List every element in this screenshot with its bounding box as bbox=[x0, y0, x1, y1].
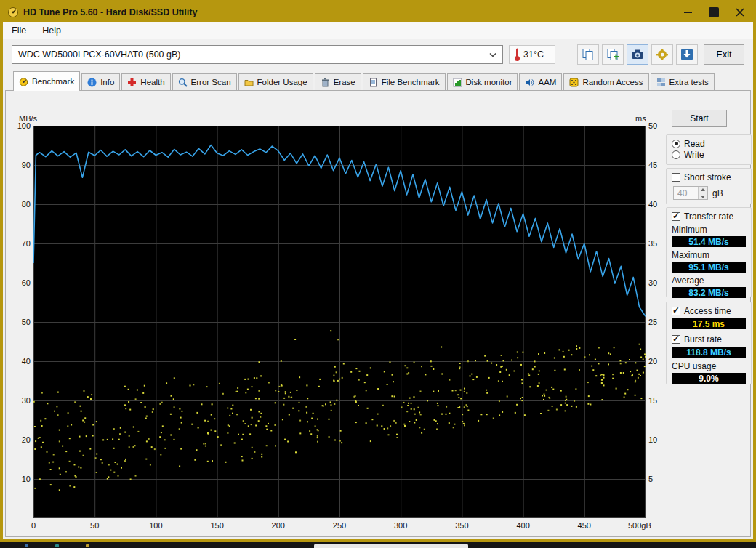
x-axis-tick: 250 bbox=[325, 521, 354, 530]
file-benchmark-icon bbox=[369, 78, 378, 87]
radio-icon bbox=[672, 140, 680, 148]
left-axis-tick: 30 bbox=[10, 396, 31, 405]
tab-file-benchmark[interactable]: File Benchmark bbox=[363, 73, 446, 90]
tab-label: Benchmark bbox=[32, 77, 74, 86]
health-icon bbox=[127, 78, 137, 87]
temperature-indicator: 31°C bbox=[509, 45, 555, 64]
options-button[interactable] bbox=[651, 44, 673, 65]
right-axis-tick: 20 bbox=[648, 357, 664, 366]
tab-label: AAM bbox=[538, 78, 556, 86]
burst-rate-value: 118.8 MB/s bbox=[672, 347, 746, 358]
x-axis-tick: 100 bbox=[141, 521, 170, 530]
minimize-button[interactable] bbox=[675, 3, 701, 22]
burst-rate-label: Burst rate bbox=[684, 334, 722, 344]
minimum-value: 51.4 MB/s bbox=[672, 236, 746, 247]
left-axis-tick: 20 bbox=[10, 435, 31, 444]
left-axis-tick: 70 bbox=[10, 239, 31, 248]
right-axis-tick: 50 bbox=[648, 121, 664, 130]
right-axis-tick: 15 bbox=[648, 396, 664, 405]
left-axis-tick: 50 bbox=[10, 318, 31, 326]
tab-label: Random Access bbox=[582, 78, 643, 86]
tab-disk-monitor[interactable]: Disk monitor bbox=[447, 73, 518, 90]
chevron-down-icon bbox=[489, 52, 496, 57]
tab-label: Disk monitor bbox=[466, 78, 512, 86]
transfer-rate-group: Transfer rate Minimum 51.4 MB/s Maximum … bbox=[666, 207, 752, 297]
x-axis-end-label: 500gB bbox=[628, 521, 663, 530]
short-stroke-checkbox[interactable]: Short stroke bbox=[672, 172, 746, 182]
access-time-label: Access time bbox=[684, 306, 731, 316]
temperature-value: 31°C bbox=[523, 49, 544, 60]
read-radio[interactable]: Read bbox=[672, 138, 746, 149]
checkbox-icon bbox=[672, 335, 680, 344]
left-axis-tick: 90 bbox=[10, 161, 31, 169]
right-axis-tick: 25 bbox=[648, 318, 664, 326]
checkbox-icon bbox=[672, 212, 680, 221]
access-time-checkbox[interactable]: Access time bbox=[672, 305, 746, 316]
toolbar: WDC WD5000LPCX-60VHAT0 (500 gB) 31°C bbox=[3, 39, 753, 70]
minimum-label: Minimum bbox=[672, 225, 746, 235]
x-axis-tick: 350 bbox=[447, 521, 476, 530]
short-stroke-size-input[interactable]: 40 bbox=[673, 186, 708, 200]
drive-selector[interactable]: WDC WD5000LPCX-60VHAT0 (500 gB) bbox=[12, 45, 503, 64]
app-icon bbox=[7, 7, 19, 18]
cpu-usage-value: 9.0% bbox=[672, 373, 746, 384]
tab-label: Erase bbox=[334, 78, 355, 86]
exit-button[interactable]: Exit bbox=[704, 44, 744, 65]
right-axis-tick: 10 bbox=[648, 435, 664, 444]
write-radio-label: Write bbox=[684, 150, 704, 160]
tab-extra-tests[interactable]: Extra tests bbox=[651, 73, 715, 90]
copy-text-info-button[interactable] bbox=[602, 44, 624, 65]
screenshot-button[interactable] bbox=[627, 44, 648, 65]
tab-info[interactable]: Info bbox=[81, 73, 120, 90]
close-icon bbox=[736, 8, 744, 17]
cpu-usage-label: CPU usage bbox=[672, 361, 746, 371]
left-axis-tick: 100 bbox=[10, 121, 31, 130]
short-stroke-group: Short stroke 40 gB bbox=[666, 168, 752, 204]
spin-down-icon[interactable] bbox=[699, 193, 707, 200]
x-axis-tick: 0 bbox=[19, 521, 48, 530]
taskbar-window-sliver[interactable] bbox=[314, 544, 468, 548]
gear-icon bbox=[655, 47, 669, 62]
spin-up-icon[interactable] bbox=[699, 187, 707, 193]
taskbar-icon bbox=[55, 544, 59, 547]
average-value: 83.2 MB/s bbox=[672, 287, 746, 298]
download-icon bbox=[680, 47, 694, 62]
write-radio[interactable]: Write bbox=[672, 149, 746, 160]
start-button[interactable]: Start bbox=[672, 110, 727, 127]
right-axis-tick: 35 bbox=[648, 239, 664, 248]
window-controls bbox=[675, 3, 753, 22]
maximize-button[interactable] bbox=[701, 3, 727, 22]
left-axis-tick: 80 bbox=[10, 200, 31, 209]
taskbar-icon bbox=[86, 544, 89, 547]
x-axis-tick: 200 bbox=[264, 521, 293, 530]
menu-file[interactable]: File bbox=[12, 25, 26, 36]
copy-to-clipboard-button[interactable] bbox=[577, 44, 599, 65]
tab-error-scan[interactable]: Error Scan bbox=[172, 73, 237, 90]
menu-help[interactable]: Help bbox=[42, 25, 61, 36]
burst-rate-checkbox[interactable]: Burst rate bbox=[672, 334, 746, 344]
tab-strip: Benchmark Info Health Error Scan Folder … bbox=[3, 70, 753, 90]
disk-monitor-icon bbox=[453, 78, 462, 87]
transfer-rate-checkbox[interactable]: Transfer rate bbox=[672, 211, 746, 222]
save-button[interactable] bbox=[676, 44, 698, 65]
right-axis-title: ms bbox=[635, 114, 646, 123]
title-bar[interactable]: HD Tune Pro 5.60 - Hard Disk/SSD Utility bbox=[3, 3, 753, 22]
access-time-value: 17.5 ms bbox=[672, 318, 746, 329]
checkbox-icon bbox=[672, 173, 680, 182]
tab-random-access[interactable]: Random Access bbox=[563, 73, 648, 90]
tab-aam[interactable]: AAM bbox=[519, 73, 562, 90]
tab-benchmark[interactable]: Benchmark bbox=[13, 71, 80, 91]
tab-label: Error Scan bbox=[191, 78, 231, 86]
tab-folder-usage[interactable]: Folder Usage bbox=[238, 73, 313, 90]
short-stroke-size-value: 40 bbox=[674, 187, 698, 199]
average-label: Average bbox=[672, 275, 746, 286]
window-title: HD Tune Pro 5.60 - Hard Disk/SSD Utility bbox=[23, 7, 670, 17]
transfer-rate-label: Transfer rate bbox=[684, 211, 733, 222]
close-button[interactable] bbox=[727, 3, 753, 22]
left-axis-tick: 10 bbox=[10, 475, 31, 483]
tab-health[interactable]: Health bbox=[121, 73, 170, 90]
radio-icon bbox=[672, 150, 680, 159]
taskbar[interactable] bbox=[0, 542, 756, 548]
tab-erase[interactable]: Erase bbox=[315, 73, 361, 90]
spinner-arrows[interactable] bbox=[698, 187, 707, 199]
